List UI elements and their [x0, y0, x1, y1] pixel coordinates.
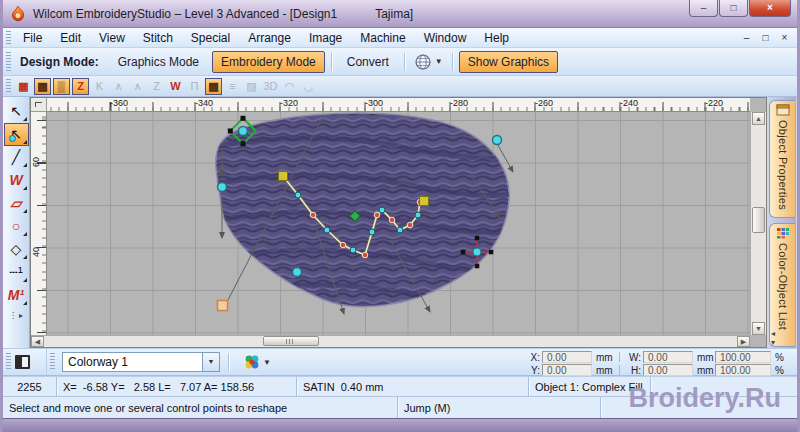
ruler-label: -320 — [280, 98, 298, 108]
colorway-palette-button[interactable]: ▼ — [241, 352, 274, 372]
toolbar-grip[interactable] — [50, 353, 55, 371]
w-percent-input[interactable]: 100.00 — [715, 351, 771, 363]
current-stitch-info: SATIN 0.40 mm — [297, 377, 529, 396]
colorway-toolbar: Colorway 1 ▼ ▼ X: 0.00 mm W: 0.00 mm 100… — [3, 348, 797, 376]
colorway-palette-icon — [244, 354, 260, 370]
menu-item[interactable]: Window — [415, 29, 476, 47]
workspace: ↖↖╱W▱○◇┄¹M¹ ⋮ ▸ -360-340-320-300-280-260… — [3, 97, 797, 348]
minimize-button[interactable]: – — [689, 0, 718, 17]
horizontal-ruler: -360-340-320-300-280-260-240-220 — [47, 98, 750, 112]
ruler-label: -280 — [450, 98, 468, 108]
tab-object-properties[interactable]: Object Properties — [769, 100, 795, 218]
color-object-list-icon — [776, 227, 790, 239]
ruler-origin-button[interactable] — [31, 98, 47, 112]
graphics-mode-button[interactable]: Graphics Mode — [109, 51, 208, 73]
run-stitch-tool[interactable]: ┄¹ — [4, 261, 29, 284]
stitch-globe-icon — [414, 53, 432, 71]
menu-item[interactable]: Stitch — [134, 29, 182, 47]
density-lines-icon[interactable]: ≡ — [224, 78, 241, 95]
toolbar-grip[interactable] — [6, 353, 11, 371]
ruler-label: 40 — [31, 247, 41, 257]
circle-tool[interactable]: ○ — [4, 215, 29, 238]
design-mode-toolbar: Design Mode: Graphics Mode Embroidery Mo… — [3, 48, 797, 76]
convert-button[interactable]: Convert — [338, 51, 398, 73]
ruler-label: -360 — [110, 98, 128, 108]
chevron-down-icon: ▼ — [435, 57, 443, 66]
toolbar-grip[interactable] — [6, 79, 11, 93]
embroidery-mode-button[interactable]: Embroidery Mode — [212, 51, 325, 73]
knife-tool[interactable]: ╱ — [4, 146, 29, 169]
horizontal-scroll-thumb[interactable] — [263, 336, 319, 346]
trapunto-icon[interactable]: ◠ — [281, 78, 298, 95]
menu-item[interactable]: Help — [475, 29, 518, 47]
stitch-count: 2255 — [3, 377, 57, 396]
program-split-icon[interactable]: ▒ — [53, 78, 70, 95]
scroll-up-icon[interactable]: ▲ — [752, 112, 765, 125]
scroll-down-icon[interactable]: ▼ — [752, 322, 765, 335]
stumpwork-icon[interactable]: ◡ — [300, 78, 317, 95]
palette-overflow-button[interactable]: ⋮ ▸ — [9, 311, 23, 320]
lettering-tool[interactable]: W — [4, 169, 29, 192]
chevron-down-icon[interactable]: ▼ — [202, 353, 219, 371]
contour-stitch-icon[interactable]: K — [91, 78, 108, 95]
menu-item[interactable]: Special — [182, 29, 239, 47]
close-button[interactable]: × — [749, 0, 791, 17]
application-window: Wilcom EmbroideryStudio – Level 3 Advanc… — [0, 0, 800, 432]
tab-scroll-down-icon[interactable]: ▾ — [771, 338, 775, 347]
menu-item[interactable]: Edit — [51, 29, 90, 47]
design-overview-icon[interactable] — [14, 354, 31, 370]
tool-palette: ↖↖╱W▱○◇┄¹M¹ ⋮ ▸ — [3, 97, 30, 348]
toolbar-grip[interactable] — [6, 31, 11, 44]
fancy-fill-icon[interactable]: ∧ — [110, 78, 127, 95]
select-tool[interactable]: ↖ — [4, 100, 29, 123]
status-hint: Select and move one or several control p… — [3, 397, 398, 418]
square-wave-icon[interactable]: Π — [186, 78, 203, 95]
design-canvas[interactable] — [47, 112, 750, 335]
satin-stitch-icon[interactable]: W — [167, 78, 184, 95]
fancy-fill-alt-icon[interactable]: ∧ — [129, 78, 146, 95]
ruler-label: 60 — [31, 157, 41, 167]
vertical-scroll-thumb[interactable] — [752, 207, 765, 233]
w-input[interactable]: 0.00 — [643, 351, 693, 363]
scroll-left-icon[interactable]: ◀ — [31, 336, 44, 347]
stitch-icon-list: ▦▩▒ZK∧∧ZWΠ▩≡▨3D◠◡ — [14, 78, 318, 95]
ruler-label: -300 — [365, 98, 383, 108]
scroll-right-icon[interactable]: ▶ — [737, 336, 750, 347]
vertical-scrollbar[interactable]: ▲ ▼ — [750, 112, 766, 335]
tab-scroll-left-icon[interactable]: ◂ — [771, 329, 775, 338]
h-percent-input[interactable]: 100.00 — [715, 364, 771, 376]
w-label: W: — [625, 352, 641, 363]
stitch-globe-button[interactable]: ▼ — [409, 50, 448, 74]
menu-item[interactable]: Image — [300, 29, 351, 47]
ruler-label: -260 — [535, 98, 553, 108]
window-title: Wilcom EmbroideryStudio – Level 3 Advanc… — [33, 7, 413, 21]
colorway-select[interactable]: Colorway 1 ▼ — [62, 352, 220, 372]
h-input[interactable]: 0.00 — [643, 364, 693, 376]
crosshatch-icon[interactable]: ▨ — [243, 78, 260, 95]
toolbar-grip[interactable] — [6, 52, 11, 71]
mdi-minimize-button[interactable]: – — [738, 30, 755, 45]
3d-effect-icon[interactable]: 3D — [262, 78, 279, 95]
manual-stitch-tool[interactable]: M¹ — [4, 284, 29, 307]
restore-button[interactable]: □ — [719, 0, 748, 17]
menu-item[interactable]: Machine — [351, 29, 414, 47]
embroidery-design[interactable] — [47, 112, 750, 335]
horizontal-scrollbar[interactable]: ◀ ▶ — [31, 335, 750, 347]
x-input[interactable]: 0.00 — [542, 351, 592, 363]
motif-fill-icon[interactable]: ▦ — [15, 78, 32, 95]
titlebar: Wilcom EmbroideryStudio – Level 3 Advanc… — [3, 0, 797, 28]
tatami-fill-icon[interactable]: ▩ — [34, 78, 51, 95]
closed-shape-tool[interactable]: ▱ — [4, 192, 29, 215]
zigzag-stitch-icon[interactable]: Z — [72, 78, 89, 95]
reshape-tool[interactable]: ↖ — [4, 123, 29, 146]
mdi-restore-button[interactable]: □ — [757, 30, 774, 45]
pattern-fill-icon[interactable]: ▩ — [205, 78, 222, 95]
y-input[interactable]: 0.00 — [542, 364, 592, 376]
complex-fill-tool[interactable]: ◇ — [4, 238, 29, 261]
menu-item[interactable]: View — [90, 29, 134, 47]
menu-item[interactable]: Arrange — [239, 29, 300, 47]
flexi-split-icon[interactable]: Z — [148, 78, 165, 95]
menu-item[interactable]: File — [14, 29, 51, 47]
mdi-close-button[interactable]: × — [776, 30, 793, 45]
show-graphics-button[interactable]: Show Graphics — [459, 51, 558, 73]
